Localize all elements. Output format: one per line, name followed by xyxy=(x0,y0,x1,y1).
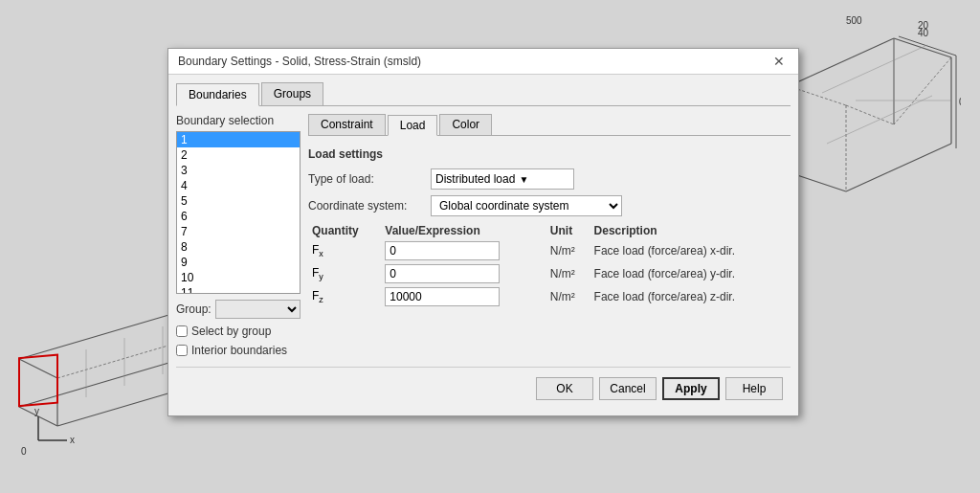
qty-fz: Fz xyxy=(308,285,381,308)
load-settings-title: Load settings xyxy=(308,147,791,161)
dialog-title: Boundary Settings - Solid, Stress-Strain… xyxy=(178,55,421,68)
boundary-selection-label: Boundary selection xyxy=(176,114,301,127)
group-row: Group: xyxy=(176,300,301,319)
svg-line-0 xyxy=(789,38,894,86)
desc-fx: Face load (force/area) x-dir. xyxy=(590,239,791,262)
boundary-item-2[interactable]: 2 xyxy=(177,147,300,163)
col-header-unit: Unit xyxy=(546,222,590,239)
value-fz-input[interactable] xyxy=(385,287,500,306)
left-panel: Boundary selection 1 2 3 4 5 6 7 8 9 10 … xyxy=(176,114,301,357)
tab-boundaries[interactable]: Boundaries xyxy=(176,83,259,106)
tab-constraint[interactable]: Constraint xyxy=(308,114,386,135)
desc-fy: Face load (force/area) y-dir. xyxy=(590,262,791,285)
chevron-down-icon: ▼ xyxy=(519,174,528,185)
boundary-item-6[interactable]: 6 xyxy=(177,209,300,224)
type-value: Distributed load xyxy=(435,172,515,186)
ok-button[interactable]: OK xyxy=(536,377,593,400)
svg-text:0: 0 xyxy=(21,446,27,455)
unit-fx: N/m² xyxy=(546,239,590,262)
svg-line-11 xyxy=(899,36,956,56)
svg-text:y: y xyxy=(34,406,39,416)
boundary-settings-dialog: Boundary Settings - Solid, Stress-Strain… xyxy=(167,48,799,416)
right-panel: Constraint Load Color Load settings Type… xyxy=(308,114,791,357)
svg-line-20 xyxy=(19,311,182,359)
svg-line-9 xyxy=(846,105,894,124)
value-fy-input[interactable] xyxy=(385,264,500,283)
interior-boundaries-row: Interior boundaries xyxy=(176,344,301,357)
value-fz-cell xyxy=(381,285,546,308)
boundary-item-10[interactable]: 10 xyxy=(177,270,300,285)
svg-text:500: 500 xyxy=(846,15,862,26)
boundary-item-11[interactable]: 11 xyxy=(177,285,300,294)
inner-tabs: Constraint Load Color xyxy=(308,114,791,136)
main-tabs: Boundaries Groups xyxy=(176,82,791,106)
group-select[interactable] xyxy=(215,300,301,319)
unit-fy: N/m² xyxy=(546,262,590,285)
content-area: Boundary selection 1 2 3 4 5 6 7 8 9 10 … xyxy=(176,114,791,357)
select-by-group-row: Select by group xyxy=(176,325,301,338)
boundary-item-7[interactable]: 7 xyxy=(177,224,300,239)
apply-button[interactable]: Apply xyxy=(662,377,720,400)
dialog-titlebar: Boundary Settings - Solid, Stress-Strain… xyxy=(168,49,798,75)
type-select[interactable]: Distributed load ▼ xyxy=(431,168,574,190)
type-of-load-row: Type of load: Distributed load ▼ xyxy=(308,168,791,190)
boundary-item-4[interactable]: 4 xyxy=(177,178,300,193)
boundary-item-1[interactable]: 1 xyxy=(177,132,300,147)
boundary-item-9[interactable]: 9 xyxy=(177,255,300,270)
table-row: Fz N/m² Face load (force/area) z-dir. xyxy=(308,285,791,308)
interior-boundaries-label[interactable]: Interior boundaries xyxy=(191,344,287,357)
svg-line-3 xyxy=(846,144,951,191)
table-row: Fx N/m² Face load (force/area) x-dir. xyxy=(308,239,791,262)
dialog-body: Boundaries Groups Boundary selection 1 2… xyxy=(168,75,798,415)
coord-system-row: Coordinate system: Global coordinate sys… xyxy=(308,195,791,216)
col-header-value: Value/Expression xyxy=(381,222,546,239)
svg-text:0: 0 xyxy=(959,97,961,107)
help-button[interactable]: Help xyxy=(725,377,783,400)
boundary-item-8[interactable]: 8 xyxy=(177,239,300,255)
coord-label: Coordinate system: xyxy=(308,199,423,213)
quantity-table: Quantity Value/Expression Unit Descripti… xyxy=(308,222,791,308)
svg-line-29 xyxy=(19,359,57,378)
interior-boundaries-checkbox[interactable] xyxy=(176,345,188,356)
group-label: Group: xyxy=(176,303,212,316)
boundary-item-5[interactable]: 5 xyxy=(177,193,300,209)
qty-fy: Fy xyxy=(308,262,381,285)
value-fx-input[interactable] xyxy=(385,241,500,260)
select-by-group-checkbox[interactable] xyxy=(176,325,188,337)
select-by-group-label[interactable]: Select by group xyxy=(191,325,271,338)
unit-fz: N/m² xyxy=(546,285,590,308)
col-header-quantity: Quantity xyxy=(308,222,381,239)
svg-text:20: 20 xyxy=(918,20,929,31)
value-fy-cell xyxy=(381,262,546,285)
col-header-desc: Description xyxy=(590,222,791,239)
table-row: Fy N/m² Face load (force/area) y-dir. xyxy=(308,262,791,285)
value-fx-cell xyxy=(381,239,546,262)
svg-line-19 xyxy=(827,96,932,144)
desc-fz: Face load (force/area) z-dir. xyxy=(590,285,791,308)
svg-line-21 xyxy=(19,359,182,407)
type-label: Type of load: xyxy=(308,172,423,186)
cancel-button[interactable]: Cancel xyxy=(599,377,657,400)
load-settings: Load settings Type of load: Distributed … xyxy=(308,144,791,312)
dialog-footer: OK Cancel Apply Help xyxy=(176,367,791,408)
tab-color[interactable]: Color xyxy=(439,114,492,135)
svg-line-17 xyxy=(822,45,927,93)
svg-line-7 xyxy=(894,57,951,124)
svg-line-1 xyxy=(894,38,951,57)
close-button[interactable]: ✕ xyxy=(769,55,789,68)
boundary-item-3[interactable]: 3 xyxy=(177,163,300,178)
svg-text:x: x xyxy=(70,435,75,445)
boundary-list[interactable]: 1 2 3 4 5 6 7 8 9 10 11 12 xyxy=(176,131,301,294)
coord-select[interactable]: Global coordinate system xyxy=(431,195,622,216)
tab-groups[interactable]: Groups xyxy=(261,82,323,105)
qty-fx: Fx xyxy=(308,239,381,262)
tab-load[interactable]: Load xyxy=(388,115,438,136)
